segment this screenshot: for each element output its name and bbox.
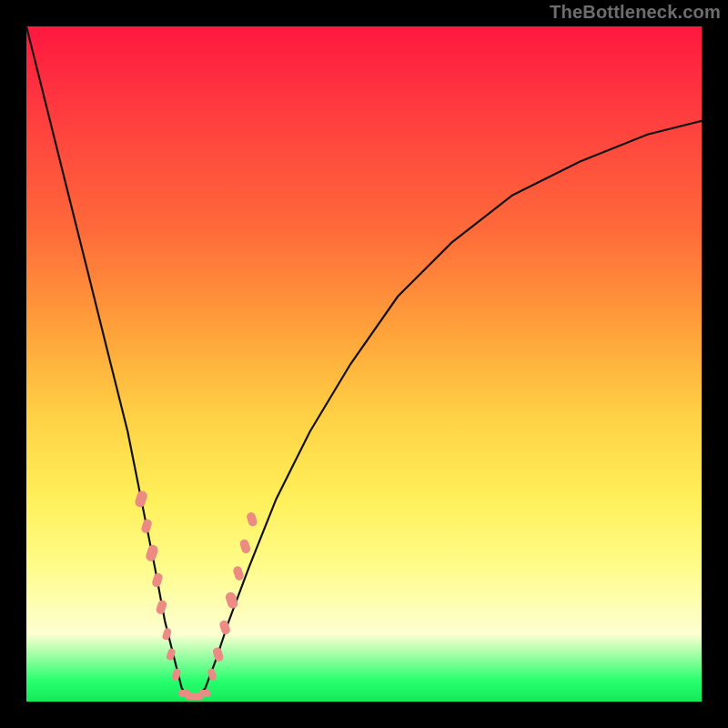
marker-left-cluster	[155, 599, 167, 615]
marker-left-cluster	[140, 518, 153, 534]
marker-left-cluster	[161, 627, 172, 641]
marker-left-cluster	[145, 543, 159, 562]
marker-right-cluster	[238, 538, 251, 554]
watermark-text: TheBottleneck.com	[550, 2, 721, 23]
curve-svg	[26, 26, 702, 702]
bottleneck-curve	[26, 26, 702, 698]
marker-left-cluster	[151, 571, 164, 588]
marker-right-cluster	[224, 591, 238, 610]
marker-left-cluster	[134, 490, 148, 509]
marker-right-cluster	[246, 511, 258, 528]
marker-right-cluster	[232, 565, 245, 581]
marker-right-cluster	[212, 646, 225, 662]
chart-stage: TheBottleneck.com	[0, 0, 728, 728]
marker-bottom-cluster	[198, 690, 210, 697]
plot-area	[26, 26, 702, 702]
